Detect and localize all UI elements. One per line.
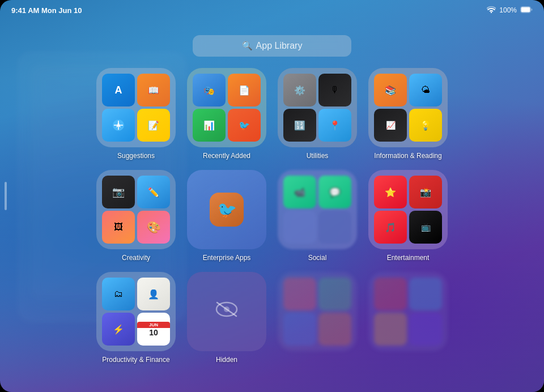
folder-productivity-finance[interactable]: 🗂 👤 ⚡ JUN 10 Productivity & Finance [96, 272, 176, 351]
folder-entertainment[interactable]: ⭐ 📸 🎵 📺 Entertainment [368, 170, 448, 249]
app-books-reading[interactable]: 📚 [374, 74, 407, 106]
app-library-search[interactable]: 🔍 App Library [193, 35, 351, 57]
folder-utilities[interactable]: ⚙️ 🎙 🔢 📍 Utilities [278, 68, 357, 147]
folder-enterprise-label: Enterprise Apps [187, 254, 266, 262]
folder-recently-added[interactable]: 🎭 📄 📊 🐦 Recently Added [187, 68, 266, 147]
status-bar: 9:41 AM Mon Jun 10 100% [0, 0, 544, 20]
folder-recently-added-label: Recently Added [187, 152, 266, 160]
app-camera[interactable]: 📷 [102, 176, 135, 208]
folder-suggestions-label: Suggestions [96, 152, 176, 160]
app-tips[interactable]: 💡 [409, 109, 442, 142]
app-calculator[interactable]: 🔢 [283, 109, 316, 142]
app-music[interactable]: 🎵 [374, 211, 407, 244]
folder-social[interactable]: 📹 💬 Social [278, 170, 357, 249]
status-icons: 100% [487, 5, 533, 15]
app-social1[interactable] [283, 211, 316, 244]
app-weather[interactable]: 🌤 [409, 74, 442, 106]
folder-entertainment-label: Entertainment [368, 254, 448, 262]
app-settings[interactable]: ⚙️ [283, 74, 316, 106]
app-freeform[interactable]: ✏️ [137, 176, 170, 208]
app-shortcuts[interactable]: ⚡ [102, 313, 135, 346]
app-pages[interactable]: 📄 [228, 74, 261, 106]
battery-icon [520, 5, 533, 15]
app-books[interactable]: 📖 [137, 74, 170, 106]
eye-slash-icon [215, 300, 239, 323]
app-contacts[interactable]: 👤 [137, 278, 170, 310]
folder-suggestions[interactable]: A 📖 📝 Suggestions [96, 68, 176, 147]
app-calendar[interactable]: JUN 10 [137, 313, 170, 346]
app-social2[interactable] [318, 211, 351, 244]
app-swift-main[interactable]: 🐦 [210, 193, 244, 227]
app-numbers[interactable]: 📊 [193, 109, 226, 142]
folder-social-label: Social [278, 254, 357, 262]
app-photos[interactable]: 🖼 [102, 211, 135, 244]
app-creative-extra[interactable]: 🎨 [137, 211, 170, 244]
svg-rect-2 [521, 7, 530, 12]
app-library-grid: A 📖 📝 Suggestions 🎭 📄 📊 🐦 Recently Added [96, 68, 448, 363]
svg-point-0 [491, 11, 492, 12]
side-indicator [5, 182, 7, 210]
app-facetime[interactable]: 📹 [283, 176, 316, 208]
app-swift-playgrounds[interactable]: 🐦 [228, 109, 261, 142]
app-messages[interactable]: 💬 [318, 176, 351, 208]
folder-hidden-label: Hidden [187, 356, 266, 364]
app-files[interactable]: 🗂 [102, 278, 135, 310]
search-icon: 🔍 [242, 41, 253, 51]
status-time: 9:41 AM Mon Jun 10 [11, 6, 82, 15]
app-voice-memos[interactable]: 🎙 [318, 74, 351, 106]
app-keynote[interactable]: 🎭 [193, 74, 226, 106]
folder-creativity[interactable]: 📷 ✏️ 🖼 🎨 Creativity [96, 170, 176, 249]
folder-blurred-1[interactable] [278, 272, 357, 351]
folder-enterprise-apps[interactable]: 🐦 Enterprise Apps [187, 170, 266, 249]
battery-percent: 100% [499, 6, 517, 14]
wifi-icon [487, 6, 496, 15]
folder-hidden[interactable]: Hidden [187, 272, 266, 351]
folder-utilities-label: Utilities [278, 152, 357, 160]
folder-blurred-2[interactable] [368, 272, 448, 351]
ipad-screen: 9:41 AM Mon Jun 10 100% 🔍 [0, 0, 544, 392]
folder-productivity-label: Productivity & Finance [96, 356, 176, 364]
app-photo-booth[interactable]: 📸 [409, 176, 442, 208]
folder-info-label: Information & Reading [368, 152, 448, 160]
app-safari[interactable] [102, 109, 135, 142]
app-appstore[interactable]: A [102, 74, 135, 106]
app-notes[interactable]: 📝 [137, 109, 170, 142]
app-stocks[interactable]: 📈 [374, 109, 407, 142]
search-label: App Library [256, 41, 303, 51]
folder-creativity-label: Creativity [96, 254, 176, 262]
app-tv[interactable]: 📺 [409, 211, 442, 244]
app-fitness[interactable]: ⭐ [374, 176, 407, 208]
folder-information-reading[interactable]: 📚 🌤 📈 💡 Information & Reading [368, 68, 448, 147]
app-find-my[interactable]: 📍 [318, 109, 351, 142]
